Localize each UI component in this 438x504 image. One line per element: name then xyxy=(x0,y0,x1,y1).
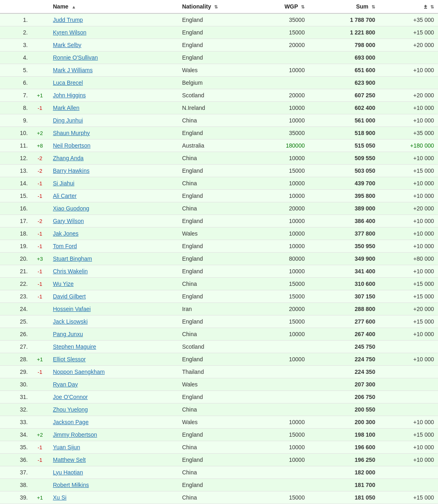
name-cell[interactable]: Chris Wakelin xyxy=(50,265,179,278)
name-cell[interactable]: Zhou Yuelong xyxy=(50,403,179,416)
player-link[interactable]: Mark Selby xyxy=(53,42,81,48)
name-cell[interactable]: Wu Yize xyxy=(50,278,179,290)
player-link[interactable]: Ryan Day xyxy=(53,381,77,388)
name-cell[interactable]: Shaun Murphy xyxy=(50,127,179,139)
name-cell[interactable]: Jack Lisowski xyxy=(50,315,179,328)
player-link[interactable]: Robert Milkins xyxy=(53,482,89,488)
name-cell[interactable]: Elliot Slessor xyxy=(50,353,179,366)
col-header-rank xyxy=(0,0,29,13)
sum-cell: 515 050 xyxy=(309,139,379,152)
player-link[interactable]: Stephen Maguire xyxy=(53,343,96,350)
player-link[interactable]: Judd Trump xyxy=(53,17,83,23)
player-link[interactable]: Tom Ford xyxy=(53,243,77,249)
name-cell[interactable]: Mark J Williams xyxy=(50,64,179,77)
player-link[interactable]: John Higgins xyxy=(53,92,86,99)
name-cell[interactable]: Noppon Saengkham xyxy=(50,366,179,378)
name-cell[interactable]: Zhang Anda xyxy=(50,152,179,165)
name-cell[interactable]: Ali Carter xyxy=(50,190,179,202)
player-link[interactable]: Ali Carter xyxy=(53,193,76,199)
player-link[interactable]: Mark J Williams xyxy=(53,67,92,73)
player-link[interactable]: Noppon Saengkham xyxy=(53,369,105,375)
player-link[interactable]: Jack Lisowski xyxy=(53,318,88,325)
name-cell[interactable]: Ronnie O'Sullivan xyxy=(50,51,179,64)
name-cell[interactable]: Tom Ford xyxy=(50,240,179,253)
name-cell[interactable]: Stephen Maguire xyxy=(50,341,179,353)
name-cell[interactable]: Si Jiahui xyxy=(50,177,179,190)
name-cell[interactable]: Joe O'Connor xyxy=(50,391,179,403)
player-link[interactable]: Ronnie O'Sullivan xyxy=(53,54,98,61)
name-cell[interactable]: Kyren Wilson xyxy=(50,26,179,39)
table-row: 32.Zhou YuelongChina200 550 xyxy=(0,403,438,416)
player-link[interactable]: Shaun Murphy xyxy=(53,130,90,136)
player-link[interactable]: Jackson Page xyxy=(53,419,88,425)
name-cell[interactable]: Yuan Sijun xyxy=(50,441,179,454)
name-cell[interactable]: Lyu Haotian xyxy=(50,466,179,479)
name-cell[interactable]: Gary Wilson xyxy=(50,215,179,227)
player-link[interactable]: Elliot Slessor xyxy=(53,356,86,362)
sum-cell: 395 800 xyxy=(309,190,379,202)
player-link[interactable]: Pang Junxu xyxy=(53,331,83,337)
player-link[interactable]: Hossein Vafaei xyxy=(53,306,90,312)
pm-cell: +10 000 xyxy=(379,215,438,227)
wgp-cell: 10000 xyxy=(250,177,309,190)
player-link[interactable]: Zhang Anda xyxy=(53,155,84,161)
rank-cell: 15. xyxy=(0,190,29,202)
name-cell[interactable]: John Higgins xyxy=(50,89,179,102)
player-link[interactable]: Si Jiahui xyxy=(53,180,74,187)
nationality-cell: China xyxy=(180,491,250,504)
player-link[interactable]: Yuan Sijun xyxy=(53,444,80,450)
name-cell[interactable]: Jackson Page xyxy=(50,416,179,429)
col-header-sum[interactable]: Sum ⇅ xyxy=(309,0,379,13)
name-cell[interactable]: Matthew Selt xyxy=(50,454,179,466)
name-cell[interactable]: Luca Brecel xyxy=(50,77,179,89)
player-link[interactable]: Matthew Selt xyxy=(53,457,86,463)
col-header-name[interactable]: Name ▲ xyxy=(50,0,179,13)
name-cell[interactable]: Judd Trump xyxy=(50,13,179,26)
name-cell[interactable]: Jimmy Robertson xyxy=(50,429,179,441)
name-cell[interactable]: Xiao Guodong xyxy=(50,202,179,215)
player-link[interactable]: Zhou Yuelong xyxy=(53,406,88,413)
player-link[interactable]: Wu Yize xyxy=(53,281,73,287)
name-cell[interactable]: Ding Junhui xyxy=(50,114,179,127)
player-link[interactable]: Jak Jones xyxy=(53,230,78,237)
player-link[interactable]: Xu Si xyxy=(53,494,66,501)
col-header-pm[interactable]: ± ⇅ xyxy=(379,0,438,13)
name-cell[interactable]: Jak Jones xyxy=(50,227,179,240)
sum-cell: 602 400 xyxy=(309,102,379,114)
wgp-cell: 10000 xyxy=(250,227,309,240)
player-link[interactable]: Jimmy Robertson xyxy=(53,431,97,438)
rank-cell: 4. xyxy=(0,51,29,64)
name-cell[interactable]: Pang Junxu xyxy=(50,328,179,341)
player-link[interactable]: Stuart Bingham xyxy=(53,255,92,262)
player-link[interactable]: Mark Allen xyxy=(53,105,79,111)
name-cell[interactable]: Mark Allen xyxy=(50,102,179,114)
player-link[interactable]: Chris Wakelin xyxy=(53,268,88,275)
player-link[interactable]: Xiao Guodong xyxy=(53,205,89,212)
player-link[interactable]: Barry Hawkins xyxy=(53,167,89,174)
player-link[interactable]: Neil Robertson xyxy=(53,142,90,149)
player-link[interactable]: Gary Wilson xyxy=(53,218,84,224)
col-header-nationality[interactable]: Nationality ⇅ xyxy=(180,0,250,13)
player-link[interactable]: David Gilbert xyxy=(53,293,86,300)
name-cell[interactable]: Barry Hawkins xyxy=(50,165,179,177)
name-cell[interactable]: Hossein Vafaei xyxy=(50,303,179,315)
name-cell[interactable]: Ryan Day xyxy=(50,378,179,391)
pm-cell: +10 000 xyxy=(379,240,438,253)
col-header-wgp[interactable]: WGP ⇅ xyxy=(250,0,309,13)
player-link[interactable]: Luca Brecel xyxy=(53,79,83,86)
name-cell[interactable]: Xu Si xyxy=(50,491,179,504)
name-cell[interactable]: David Gilbert xyxy=(50,290,179,303)
pm-cell xyxy=(379,403,438,416)
rank-cell: 17. xyxy=(0,215,29,227)
name-cell[interactable]: Neil Robertson xyxy=(50,139,179,152)
name-cell[interactable]: Stuart Bingham xyxy=(50,253,179,265)
table-row: 14.-1Si JiahuiChina10000439 700+10 000 xyxy=(0,177,438,190)
name-cell[interactable]: Mark Selby xyxy=(50,39,179,51)
player-link[interactable]: Ding Junhui xyxy=(53,117,83,124)
sum-cell: 377 800 xyxy=(309,227,379,240)
name-cell[interactable]: Robert Milkins xyxy=(50,479,179,491)
player-link[interactable]: Kyren Wilson xyxy=(53,29,86,36)
change-cell: -1 xyxy=(29,240,50,253)
player-link[interactable]: Lyu Haotian xyxy=(53,469,83,476)
player-link[interactable]: Joe O'Connor xyxy=(53,394,88,400)
